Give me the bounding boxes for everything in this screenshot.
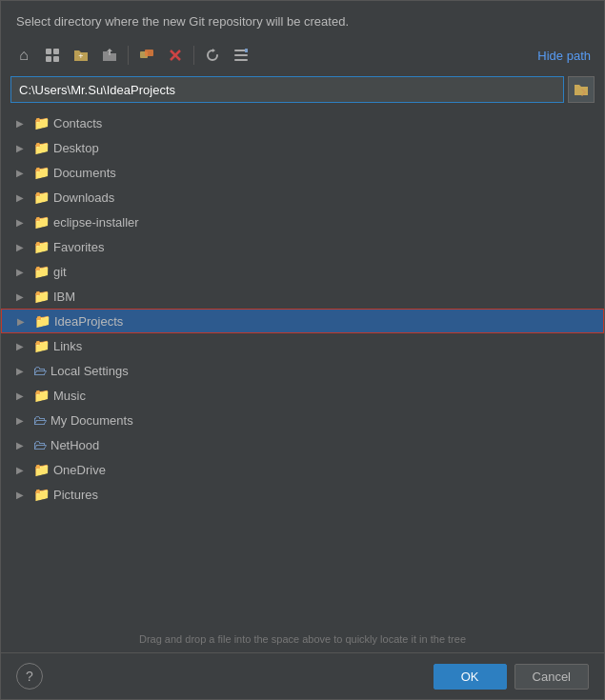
folder-icon: 🗁 <box>33 412 47 428</box>
expand-arrow: ▶ <box>16 217 30 228</box>
item-label: eclipse-installer <box>53 215 139 230</box>
item-label: Pictures <box>53 488 98 502</box>
item-label: Links <box>53 339 82 353</box>
expand-arrow: ▶ <box>16 490 30 500</box>
item-label: Downloads <box>53 190 114 205</box>
tree-item-ideaprojects[interactable]: ▶ 📁 IdeaProjects <box>1 309 604 333</box>
drag-hint: Drag and drop a file into the space abov… <box>1 626 604 652</box>
folder-icon: 📁 <box>33 165 50 180</box>
item-label: Music <box>53 389 86 403</box>
tree-item-downloads[interactable]: ▶ 📁 Downloads <box>1 185 604 210</box>
item-label: IdeaProjects <box>54 314 123 329</box>
svg-rect-2 <box>46 56 51 62</box>
home-button[interactable]: ⌂ <box>10 42 37 69</box>
folder-icon: 📁 <box>33 462 50 477</box>
expand-arrow: ▶ <box>16 440 30 450</box>
path-input[interactable] <box>10 76 564 103</box>
svg-rect-0 <box>46 49 51 54</box>
folder-icon: 📁 <box>33 338 50 353</box>
file-tree: ▶ 📁 Contacts ▶ 📁 Desktop ▶ 📁 Documents ▶… <box>1 109 604 626</box>
move-button[interactable] <box>133 42 160 69</box>
folder-icon: 📁 <box>33 115 50 130</box>
folder-icon: 📁 <box>33 388 50 403</box>
delete-button[interactable] <box>162 42 189 69</box>
expand-arrow: ▶ <box>16 242 30 252</box>
item-label: Desktop <box>53 141 99 155</box>
item-label: NetHood <box>50 438 99 452</box>
svg-rect-6 <box>145 50 153 56</box>
folder-icon: 📁 <box>33 239 50 254</box>
folder-icon: 🗁 <box>33 437 47 452</box>
svg-rect-3 <box>53 56 59 62</box>
expand-arrow: ▶ <box>16 366 30 376</box>
dialog-header: Select directory where the new Git repos… <box>1 1 604 38</box>
tree-item-pictures[interactable]: ▶ 📁 Pictures <box>1 482 604 507</box>
item-label: Contacts <box>53 116 102 130</box>
directory-selector-dialog: Select directory where the new Git repos… <box>0 0 605 700</box>
item-label: Favorites <box>53 240 104 254</box>
dialog-title: Select directory where the new Git repos… <box>16 14 349 29</box>
tree-item-contacts[interactable]: ▶ 📁 Contacts <box>1 110 604 135</box>
svg-rect-11 <box>234 59 248 61</box>
tree-item-nethood[interactable]: ▶ 🗁 NetHood <box>1 432 604 457</box>
help-button[interactable]: ? <box>16 663 43 690</box>
svg-rect-10 <box>234 54 248 56</box>
expand-arrow: ▶ <box>16 341 30 351</box>
item-label: OneDrive <box>53 463 106 477</box>
folder-icon: 📁 <box>33 190 50 205</box>
tree-item-links[interactable]: ▶ 📁 Links <box>1 333 604 358</box>
tree-item-onedrive[interactable]: ▶ 📁 OneDrive <box>1 457 604 482</box>
cancel-button[interactable]: Cancel <box>514 664 589 690</box>
tree-item-my-documents[interactable]: ▶ 🗁 My Documents <box>1 408 604 432</box>
expand-arrow: ▶ <box>16 143 30 153</box>
toolbar-separator-2 <box>193 46 194 65</box>
expand-arrow: ▶ <box>16 118 30 129</box>
folder-icon: 📁 <box>33 140 50 155</box>
tree-item-local-settings[interactable]: ▶ 🗁 Local Settings <box>1 358 604 383</box>
hide-path-button[interactable]: Hide path <box>534 47 595 65</box>
toolbar: ⌂ + <box>1 38 604 72</box>
path-bar <box>10 76 595 103</box>
tree-item-desktop[interactable]: ▶ 📁 Desktop <box>1 135 604 160</box>
expand-arrow: ▶ <box>16 390 30 401</box>
svg-text:+: + <box>78 51 83 61</box>
up-folder-button[interactable] <box>96 42 123 69</box>
item-label: Local Settings <box>50 364 129 378</box>
item-label: git <box>53 265 67 279</box>
tree-item-documents[interactable]: ▶ 📁 Documents <box>1 160 604 185</box>
svg-rect-12 <box>245 49 248 52</box>
item-label: My Documents <box>50 413 133 428</box>
item-label: Documents <box>53 166 116 180</box>
tree-item-music[interactable]: ▶ 📁 Music <box>1 383 604 408</box>
expand-arrow: ▶ <box>16 267 30 277</box>
expand-arrow: ▶ <box>16 291 30 302</box>
item-label: IBM <box>53 290 75 304</box>
expand-arrow: ▶ <box>16 465 30 475</box>
expand-arrow: ▶ <box>16 415 30 426</box>
folder-icon: 📁 <box>34 313 50 329</box>
folder-icon: 📁 <box>33 264 50 279</box>
ok-button[interactable]: OK <box>434 664 507 690</box>
svg-rect-1 <box>53 49 59 54</box>
dialog-footer: ? OK Cancel <box>1 652 604 699</box>
folder-icon: 🗁 <box>33 363 47 378</box>
folder-icon: 📁 <box>33 289 50 304</box>
folder-icon: 📁 <box>33 487 50 502</box>
folder-icon: 📁 <box>33 214 50 230</box>
expand-arrow: ▶ <box>16 192 30 203</box>
tree-item-ibm[interactable]: ▶ 📁 IBM <box>1 284 604 309</box>
file-view-button[interactable] <box>39 42 66 69</box>
path-browse-button[interactable] <box>568 76 595 103</box>
tree-item-eclipse-installer[interactable]: ▶ 📁 eclipse-installer <box>1 210 604 234</box>
expand-arrow: ▶ <box>17 316 30 327</box>
new-folder-button[interactable]: + <box>68 42 94 69</box>
tree-item-git[interactable]: ▶ 📁 git <box>1 259 604 284</box>
toolbar-separator-1 <box>128 46 129 65</box>
expand-arrow: ▶ <box>16 168 30 178</box>
refresh-button[interactable] <box>199 42 226 69</box>
view-toggle-button[interactable] <box>228 42 254 69</box>
tree-item-favorites[interactable]: ▶ 📁 Favorites <box>1 234 604 259</box>
